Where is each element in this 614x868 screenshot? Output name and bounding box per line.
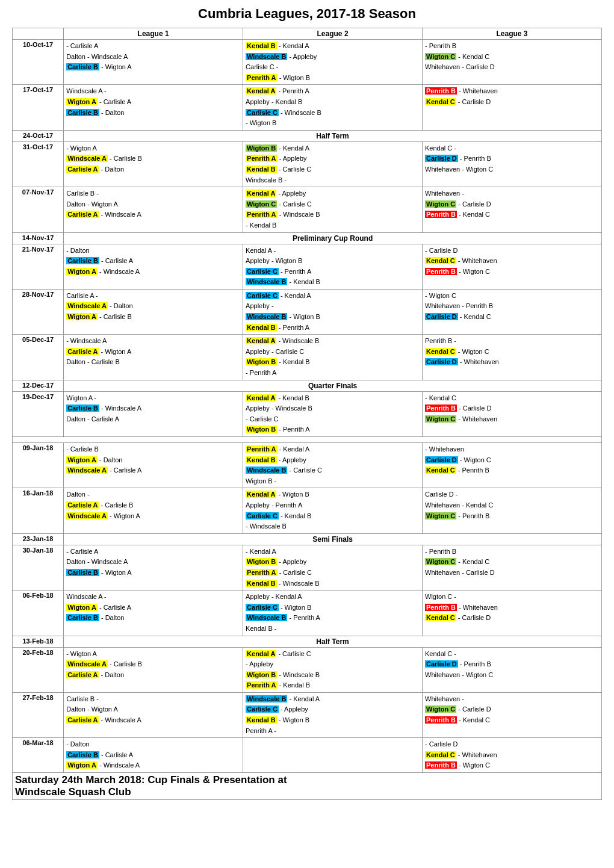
table-row: 12-Dec-17 Quarter Finals — [13, 380, 602, 391]
date-cell: 28-Nov-17 — [13, 289, 64, 334]
table-row: 07-Nov-17 Carlisle B - Dalton - Wigton A… — [13, 187, 602, 232]
league3-cell: - Kendal C Penrith B - Carlisle D Wigton… — [423, 391, 602, 436]
date-cell: 06-Feb-18 — [13, 591, 64, 636]
league3-cell: Kendal C - Carlisle D - Penrith B Whiteh… — [423, 141, 602, 187]
league1-cell: Windscale A - Wigton A - Carlisle A Carl… — [64, 85, 243, 130]
league2-cell — [243, 738, 423, 773]
league3-cell: - Wigton C Whitehaven - Penrith B Carlis… — [423, 289, 602, 334]
league1-cell: - Windscale A Carlisle A - Wigton A Dalt… — [64, 335, 243, 380]
table-row: 09-Jan-18 - Carlisle B Wigton A - Dalton… — [13, 443, 602, 488]
date-cell: 10-Oct-17 — [13, 40, 64, 85]
header-league1: League 1 — [64, 28, 243, 40]
league2-cell: Carlisle C - Kendal A Appleby - Windscal… — [243, 289, 423, 334]
date-cell: 17-Oct-17 — [13, 85, 64, 130]
league2-cell: Windscale B - Kendal A Carlisle C - Appl… — [243, 692, 423, 737]
date-cell: 14-Nov-17 — [13, 232, 64, 244]
date-cell: 30-Jan-18 — [13, 545, 64, 590]
table-row: 13-Feb-18 Half Term — [13, 636, 602, 647]
section-header: Half Term — [64, 636, 602, 647]
league1-cell: - Dalton Carlisle B - Carlisle A Wigton … — [64, 738, 243, 773]
league1-cell: - Wigton A Windscale A - Carlisle B Carl… — [64, 141, 243, 187]
league2-cell: Kendal A - Wigton B Appleby - Penrith A … — [243, 488, 423, 533]
league2-cell: Kendal A - Carlisle C - Appleby Wigton B… — [243, 647, 423, 692]
date-cell: 09-Jan-18 — [13, 443, 64, 488]
date-cell: 19-Dec-17 — [13, 391, 64, 436]
date-cell: 05-Dec-17 — [13, 335, 64, 380]
table-row: 28-Nov-17 Carlisle A - Windscale A - Dal… — [13, 289, 602, 334]
date-cell: 23-Jan-18 — [13, 533, 64, 545]
league2-cell: Kendal A - Kendal B Appleby - Windscale … — [243, 391, 423, 436]
date-cell: 24-Oct-17 — [13, 130, 64, 141]
section-header: Quarter Finals — [64, 380, 602, 391]
table-row: 10-Oct-17 - Carlisle A Dalton - Windscal… — [13, 40, 602, 85]
league3-cell: - Penrith B Wigton C - Kendal C Whitehav… — [423, 545, 602, 590]
league1-cell: - Wigton A Windscale A - Carlisle B Carl… — [64, 647, 243, 692]
league2-cell: Wigton B - Kendal A Penrith A - Appleby … — [243, 141, 423, 187]
league1-cell: Dalton - Carlisle A - Carlisle B Windsca… — [64, 488, 243, 533]
table-row: 06-Mar-18 - Dalton Carlisle B - Carlisle… — [13, 738, 602, 773]
footer-text: Saturday 24th March 2018: Cup Finals & P… — [13, 773, 602, 800]
league3-cell: Penrith B - Kendal C - Wigton C Carlisle… — [423, 335, 602, 380]
league3-cell: Carlisle D - Whitehaven - Kendal C Wigto… — [423, 488, 602, 533]
date-cell: 27-Feb-18 — [13, 692, 64, 737]
league2-cell: Kendal A - Windscale B Appleby - Carlisl… — [243, 335, 423, 380]
league1-cell: - Carlisle A Dalton - Windscale A Carlis… — [64, 545, 243, 590]
date-cell: 31-Oct-17 — [13, 141, 64, 187]
table-row: 20-Feb-18 - Wigton A Windscale A - Carli… — [13, 647, 602, 692]
section-header: Semi Finals — [64, 533, 602, 545]
league3-cell: Whitehaven - Wigton C - Carlisle D Penri… — [423, 692, 602, 737]
table-row: 17-Oct-17 Windscale A - Wigton A - Carli… — [13, 85, 602, 130]
league1-cell: - Carlisle B Wigton A - Dalton Windscale… — [64, 443, 243, 488]
table-row: 19-Dec-17 Wigton A - Carlisle B - Windsc… — [13, 391, 602, 436]
league3-cell: - Carlisle D Kendal C - Whitehaven Penri… — [423, 244, 602, 289]
table-row: 27-Feb-18 Carlisle B - Dalton - Wigton A… — [13, 692, 602, 737]
header-date — [13, 28, 64, 40]
league3-cell: Wigton C - Penrith B - Whitehaven Kendal… — [423, 591, 602, 636]
league3-cell: - Whitehaven Carlisle D - Wigton C Kenda… — [423, 443, 602, 488]
main-table: League 1 League 2 League 3 10-Oct-17 - C… — [12, 28, 602, 800]
league2-cell: Penrith A - Kendal A Kendal B - Appleby … — [243, 443, 423, 488]
page: Cumbria Leagues, 2017-18 Season League 1… — [0, 0, 614, 806]
table-row: 30-Jan-18 - Carlisle A Dalton - Windscal… — [13, 545, 602, 590]
league3-cell: Penrith B - Whitehaven Kendal C - Carlis… — [423, 85, 602, 130]
gap-row — [13, 437, 602, 443]
date-cell: 20-Feb-18 — [13, 647, 64, 692]
league2-cell: Appleby - Kendal A Carlisle C - Wigton B… — [243, 591, 423, 636]
league1-cell: Windscale A - Wigton A - Carlisle A Carl… — [64, 591, 243, 636]
league3-cell: Kendal C - Carlisle D - Penrith B Whiteh… — [423, 647, 602, 692]
table-row: 23-Jan-18 Semi Finals — [13, 533, 602, 545]
table-row: 31-Oct-17 - Wigton A Windscale A - Carli… — [13, 141, 602, 187]
league1-cell: Carlisle A - Windscale A - Dalton Wigton… — [64, 289, 243, 334]
section-header: Half Term — [64, 130, 602, 141]
league2-cell: Kendal A - Appleby - Wigton B Carlisle C… — [243, 244, 423, 289]
table-row: 24-Oct-17 Half Term — [13, 130, 602, 141]
header-league3: League 3 — [423, 28, 602, 40]
league2-cell: Kendal A - Appleby Wigton C - Carlisle C… — [243, 187, 423, 232]
league1-cell: Wigton A - Carlisle B - Windscale A Dalt… — [64, 391, 243, 436]
league2-cell: Kendal B - Kendal A Windscale B - Appleb… — [243, 40, 423, 85]
page-title: Cumbria Leagues, 2017-18 Season — [12, 6, 602, 22]
league2-cell: - Kendal A Wigton B - Appleby Penrith A … — [243, 545, 423, 590]
date-cell: 12-Dec-17 — [13, 380, 64, 391]
league1-cell: Carlisle B - Dalton - Wigton A Carlisle … — [64, 187, 243, 232]
table-row: 06-Feb-18 Windscale A - Wigton A - Carli… — [13, 591, 602, 636]
date-cell: 13-Feb-18 — [13, 636, 64, 647]
header-league2: League 2 — [243, 28, 423, 40]
league2-cell: Kendal A - Penrith A Appleby - Kendal B … — [243, 85, 423, 130]
footer-row: Saturday 24th March 2018: Cup Finals & P… — [13, 773, 602, 800]
date-cell: 07-Nov-17 — [13, 187, 64, 232]
section-header: Preliminary Cup Round — [64, 232, 602, 244]
date-cell: 06-Mar-18 — [13, 738, 64, 773]
league3-cell: Whitehaven - Wigton C - Carlisle D Penri… — [423, 187, 602, 232]
table-row: 14-Nov-17 Preliminary Cup Round — [13, 232, 602, 244]
league3-cell: - Carlisle D Kendal C - Whitehaven Penri… — [423, 738, 602, 773]
table-row: 21-Nov-17 - Dalton Carlisle B - Carlisle… — [13, 244, 602, 289]
league1-cell: - Dalton Carlisle B - Carlisle A Wigton … — [64, 244, 243, 289]
date-cell: 16-Jan-18 — [13, 488, 64, 533]
league3-cell: - Penrith B Wigton C - Kendal C Whitehav… — [423, 40, 602, 85]
table-row: 05-Dec-17 - Windscale A Carlisle A - Wig… — [13, 335, 602, 380]
date-cell: 21-Nov-17 — [13, 244, 64, 289]
league1-cell: - Carlisle A Dalton - Windscale A Carlis… — [64, 40, 243, 85]
table-row: 16-Jan-18 Dalton - Carlisle A - Carlisle… — [13, 488, 602, 533]
league1-cell: Carlisle B - Dalton - Wigton A Carlisle … — [64, 692, 243, 737]
